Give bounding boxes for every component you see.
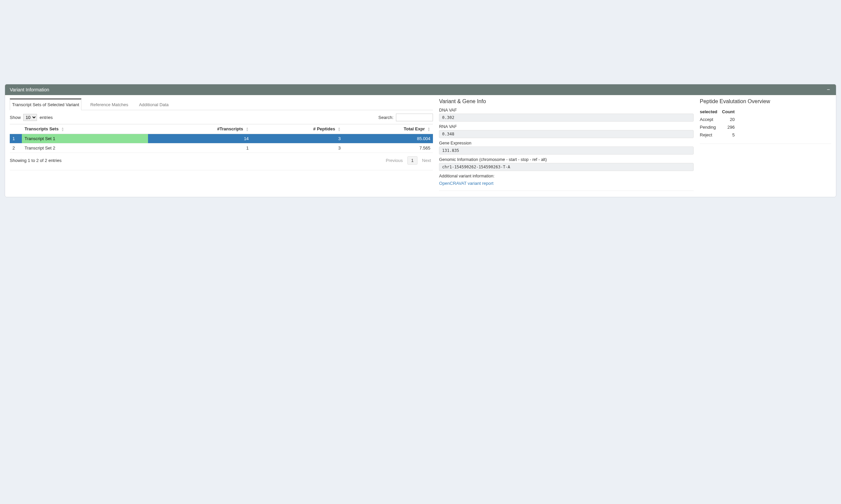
peptide-overview-table: selected Count Accept 20 Pending 296 Rej… [700, 108, 735, 139]
pager: Previous 1 Next [384, 156, 433, 165]
col-selected: selected [700, 108, 722, 115]
col-num-peptides-label: # Peptides [313, 126, 335, 131]
row-name: Transcript Set 1 [22, 134, 148, 143]
show-label-post: entries [40, 115, 53, 120]
collapse-button[interactable]: − [825, 87, 831, 92]
genomic-info-label: Genomic Information (chromosome - start … [439, 157, 694, 162]
row-transcripts: 14 [148, 134, 252, 143]
panel-header: Variant Information − [5, 84, 836, 95]
tabs: Transcript Sets of Selected Variant Refe… [10, 98, 433, 110]
col-transcripts-sets-label: Transcripts Sets [24, 126, 58, 131]
col-num-transcripts[interactable]: #Transcripts ▲▼ [148, 124, 252, 134]
overview-row: Reject 5 [700, 131, 735, 139]
row-peptides: 3 [251, 143, 343, 152]
sort-icon: ▲▼ [61, 127, 64, 132]
rna-vaf-label: RNA VAF [439, 124, 694, 129]
additional-info-label: Additional variant information: [439, 174, 694, 178]
col-count: Count [722, 108, 735, 115]
gene-expression-label: Gene Expression [439, 141, 694, 145]
info-text: Showing 1 to 2 of 2 entries [10, 158, 62, 163]
genomic-info-value: chr1-154590262-154590263-T-A [439, 163, 694, 171]
panel-title: Variant Information [10, 87, 49, 92]
length-control: Show 10 entries [10, 114, 53, 121]
search-input[interactable] [396, 113, 433, 121]
previous-button[interactable]: Previous [384, 157, 405, 164]
search-control: Search: [378, 113, 433, 121]
variant-gene-info-title: Variant & Gene Info [439, 98, 694, 105]
divider [10, 170, 433, 170]
col-num-peptides[interactable]: # Peptides ▲▼ [251, 124, 343, 134]
panel-body: Transcript Sets of Selected Variant Refe… [5, 95, 836, 197]
tab-transcript-sets[interactable]: Transcript Sets of Selected Variant [10, 98, 81, 110]
opencravat-link[interactable]: OpenCRAVAT variant report [439, 181, 494, 186]
variant-information-panel: Variant Information − Transcript Sets of… [5, 84, 836, 197]
col-transcripts-sets[interactable]: Transcripts Sets ▲▼ [22, 124, 148, 134]
overview-row: Pending 296 [700, 123, 735, 131]
sort-icon: ▲▼ [338, 127, 341, 132]
row-expr: 7.565 [343, 143, 433, 152]
next-button[interactable]: Next [420, 157, 433, 164]
table-row[interactable]: 1 Transcript Set 1 14 3 85.004 [10, 134, 433, 143]
transcript-sets-table: Transcripts Sets ▲▼ #Transcripts ▲▼ # Pe… [10, 124, 433, 153]
row-name: Transcript Set 2 [22, 143, 148, 152]
variant-gene-info-column: Variant & Gene Info DNA VAF 0.302 RNA VA… [439, 98, 694, 191]
rna-vaf-value: 0.348 [439, 130, 694, 138]
overview-label: Accept [700, 115, 722, 123]
length-select[interactable]: 10 [23, 114, 37, 121]
overview-count: 5 [722, 131, 735, 139]
overview-label: Reject [700, 131, 722, 139]
row-transcripts: 1 [148, 143, 252, 152]
row-expr: 85.004 [343, 134, 433, 143]
col-total-expr-label: Total Expr [404, 126, 425, 131]
divider [439, 191, 694, 191]
row-index: 1 [10, 134, 22, 143]
peptide-overview-column: Peptide Evalutation Overview selected Co… [700, 98, 831, 191]
tab-reference-matches[interactable]: Reference Matches [88, 98, 130, 110]
sort-icon: ▲▼ [427, 127, 430, 132]
datatable-controls: Show 10 entries Search: [10, 113, 433, 121]
overview-count: 296 [722, 123, 735, 131]
page-number[interactable]: 1 [407, 156, 417, 165]
divider [700, 143, 831, 144]
dna-vaf-value: 0.302 [439, 113, 694, 122]
overview-row: Accept 20 [700, 115, 735, 123]
col-total-expr[interactable]: Total Expr ▲▼ [343, 124, 433, 134]
peptide-overview-title: Peptide Evalutation Overview [700, 98, 831, 105]
col-index[interactable] [10, 124, 22, 134]
overview-label: Pending [700, 123, 722, 131]
datatable-footer: Showing 1 to 2 of 2 entries Previous 1 N… [10, 156, 433, 165]
tab-additional-data[interactable]: Additional Data [137, 98, 171, 110]
col-num-transcripts-label: #Transcripts [217, 126, 243, 131]
overview-count: 20 [722, 115, 735, 123]
row-peptides: 3 [251, 134, 343, 143]
row-index: 2 [10, 143, 22, 152]
table-row[interactable]: 2 Transcript Set 2 1 3 7.565 [10, 143, 433, 152]
transcript-sets-column: Transcript Sets of Selected Variant Refe… [10, 98, 433, 191]
dna-vaf-label: DNA VAF [439, 108, 694, 112]
gene-expression-value: 131.835 [439, 146, 694, 155]
sort-icon: ▲▼ [245, 127, 248, 132]
show-label-pre: Show [10, 115, 21, 120]
search-label: Search: [378, 115, 394, 120]
